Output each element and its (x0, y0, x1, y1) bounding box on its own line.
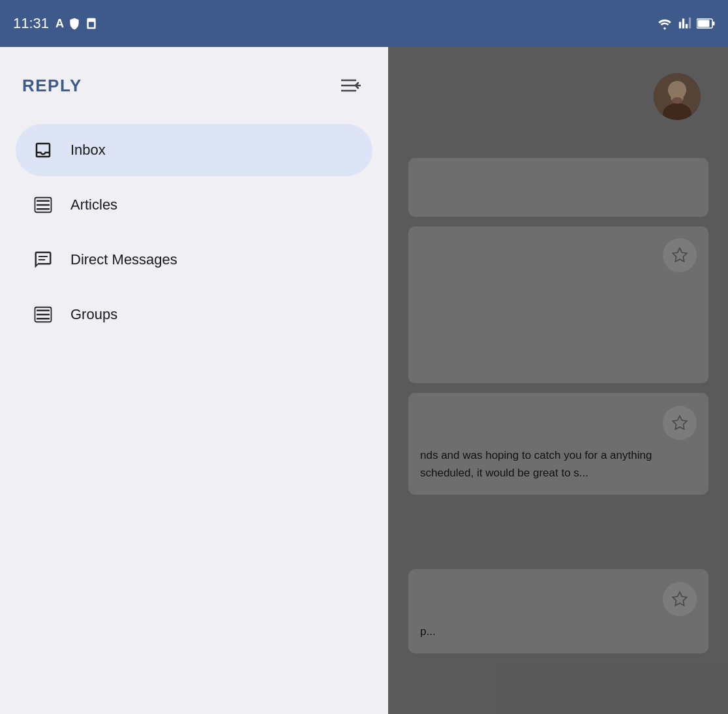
menu-close-button[interactable] (336, 73, 366, 98)
a-icon: A (55, 17, 64, 31)
groups-icon (31, 303, 55, 326)
inbox-icon (31, 138, 55, 162)
signal-icon (678, 17, 691, 30)
sidebar-item-groups[interactable]: Groups (16, 288, 372, 341)
svg-rect-4 (712, 22, 715, 25)
status-bar-right (656, 17, 715, 30)
svg-rect-1 (89, 22, 94, 27)
battery-icon (697, 18, 715, 29)
svg-rect-3 (698, 20, 710, 27)
sidebar-item-groups-label: Groups (70, 306, 117, 323)
status-bar-left: 11:31 A (13, 15, 98, 32)
app-title: REPLY (22, 76, 82, 96)
articles-icon (31, 193, 55, 217)
status-icons: A (55, 17, 98, 31)
shield-icon (68, 17, 81, 30)
sidebar-item-direct-messages[interactable]: Direct Messages (16, 234, 372, 286)
sidebar-item-inbox[interactable]: Inbox (16, 124, 372, 176)
sim-icon (85, 17, 98, 30)
status-time: 11:31 (13, 15, 49, 32)
sidebar-item-inbox-label: Inbox (70, 142, 106, 159)
sidebar-item-articles[interactable]: Articles (16, 179, 372, 231)
drawer-header: REPLY (16, 73, 372, 98)
main-container: nds and was hoping to catch you for a an… (0, 47, 728, 714)
nav-drawer: REPLY Inbox (0, 47, 388, 714)
direct-messages-icon (31, 248, 55, 272)
sidebar-item-direct-messages-label: Direct Messages (70, 251, 177, 268)
sidebar-item-articles-label: Articles (70, 196, 117, 213)
wifi-icon (656, 17, 673, 30)
status-bar: 11:31 A (0, 0, 728, 47)
